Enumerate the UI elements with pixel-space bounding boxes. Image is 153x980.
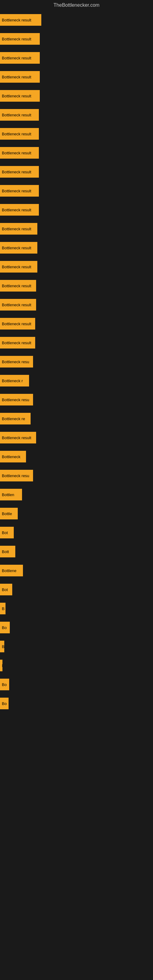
bottleneck-bar: Bott [0,546,15,557]
bottleneck-bar: Bottleneck result [0,33,40,45]
bars-container: Bottleneck resultBottleneck resultBottle… [0,10,153,713]
bar-row: Bottleneck result [0,162,153,181]
bottleneck-bar: B [0,641,4,652]
bar-row: Bottleneck result [0,10,153,29]
bottleneck-bar: Bottleneck result [0,204,39,216]
bar-row: Bo [0,694,153,713]
bar-row: Bottleneck result [0,219,153,238]
bar-row: Bottleneck result [0,143,153,162]
bottleneck-bar: Bottleneck resu [0,470,33,481]
bottleneck-bar: Bottleneck result [0,185,39,197]
bottleneck-bar: Bottleneck result [0,432,36,444]
bar-row: Bottleneck result [0,29,153,48]
bottleneck-bar: Bo [0,679,9,690]
bar-row: Bottleneck [0,447,153,466]
bar-row: I [0,656,153,675]
bottleneck-bar: Bottleneck resu [0,394,33,406]
bar-row: Bottleneck resu [0,352,153,371]
bar-row: Bottleneck re [0,409,153,428]
bar-row: B [0,599,153,618]
bar-row: Bottleneck result [0,67,153,86]
bottleneck-bar: Bot [0,527,14,538]
bottleneck-bar: Bottleneck [0,451,26,463]
bottleneck-bar: Bottlene [0,565,23,576]
bar-row: Bottlen [0,485,153,504]
bar-row: Bo [0,675,153,694]
bottleneck-bar: Bottleneck result [0,90,40,102]
bottleneck-bar: Bottleneck r [0,375,29,387]
bottleneck-bar: Bottleneck result [0,223,37,235]
bar-row: Bottleneck resu [0,466,153,485]
bottleneck-bar: Bottleneck resu [0,356,33,368]
bar-row: B [0,637,153,656]
bar-row: Bottleneck result [0,86,153,105]
bar-row: Bottleneck result [0,238,153,257]
bar-row: Bottleneck result [0,105,153,124]
bottleneck-bar: Bottleneck result [0,52,40,64]
site-title: TheBottlenecker.com [0,0,153,10]
bar-row: Bottlene [0,561,153,580]
bottleneck-bar: Bottleneck result [0,166,39,178]
bottleneck-bar: I [0,660,2,671]
bar-row: Bottleneck result [0,200,153,219]
bottleneck-bar: Bo [0,622,10,633]
bottleneck-bar: B [0,603,5,614]
bottleneck-bar: Bottleneck result [0,318,35,329]
bottleneck-bar: Bottle [0,508,18,519]
bottleneck-bar: Bo [0,698,9,709]
bottleneck-bar: Bottleneck result [0,337,35,348]
bottleneck-bar: Bottleneck result [0,261,37,272]
bar-row: Bot [0,580,153,599]
bar-row: Bottleneck result [0,295,153,314]
bar-row: Bottle [0,504,153,523]
bottleneck-bar: Bottleneck re [0,413,30,425]
bottleneck-bar: Bottleneck result [0,147,39,159]
bottleneck-bar: Bottleneck result [0,109,39,121]
bar-row: Bottleneck result [0,257,153,276]
bottleneck-bar: Bottleneck result [0,128,39,140]
bar-row: Bottleneck r [0,371,153,390]
bottleneck-bar: Bottleneck result [0,299,36,310]
bottleneck-bar: Bottlen [0,489,22,500]
bar-row: Bottleneck resu [0,390,153,409]
bar-row: Bottleneck result [0,314,153,333]
bottleneck-bar: Bottleneck result [0,242,37,254]
bar-row: Bottleneck result [0,181,153,200]
bottleneck-bar: Bottleneck result [0,71,40,83]
bottleneck-bar: Bot [0,584,12,595]
bar-row: Bott [0,542,153,561]
bar-row: Bot [0,523,153,542]
bar-row: Bottleneck result [0,124,153,143]
bar-row: Bottleneck result [0,48,153,67]
bar-row: Bo [0,618,153,637]
bottleneck-bar: Bottleneck result [0,280,36,291]
bottleneck-bar: Bottleneck result [0,14,41,26]
bar-row: Bottleneck result [0,276,153,295]
bar-row: Bottleneck result [0,333,153,352]
bar-row: Bottleneck result [0,428,153,447]
